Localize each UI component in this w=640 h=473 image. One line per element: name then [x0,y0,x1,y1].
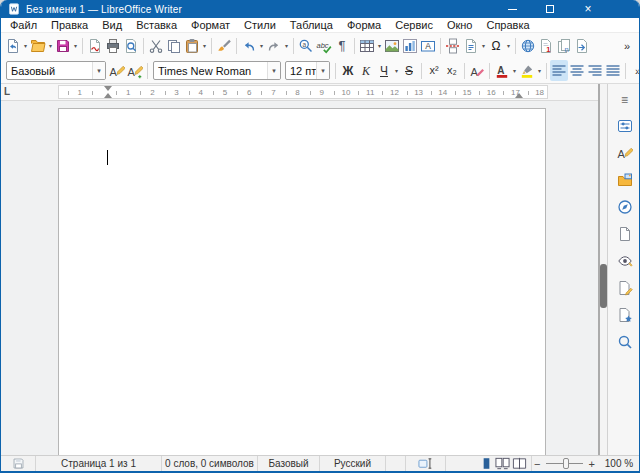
formatting-toolbar-overflow[interactable]: » [629,60,640,81]
redo-button[interactable] [265,35,283,56]
redo-button-dropdown[interactable]: ▾ [283,35,290,56]
page-style-field[interactable]: Базовый [257,456,319,471]
open-button-dropdown[interactable]: ▾ [47,35,54,56]
undo-button-dropdown[interactable]: ▾ [258,35,265,56]
sidebar-style-inspector[interactable] [612,249,638,273]
undo-button[interactable] [240,35,258,56]
insert-table-button-dropdown[interactable]: ▾ [376,35,383,56]
insert-textbox-button[interactable]: A [419,35,437,56]
dropdown-chevron-icon[interactable]: ▾ [92,62,105,79]
bold-button[interactable]: Ж [339,60,357,81]
align-left-button[interactable] [550,60,568,81]
find-replace-button[interactable]: a [297,35,315,56]
menu-edit[interactable]: Правка [44,18,95,33]
open-button[interactable] [29,35,47,56]
insert-footnote-button[interactable]: 1 [537,35,555,56]
insert-chart-button[interactable] [401,35,419,56]
zoom-slider-handle[interactable] [563,458,569,469]
clear-formatting-button[interactable]: A [468,60,486,81]
save-button[interactable] [54,35,72,56]
single-page-view-icon[interactable] [480,457,493,470]
insert-field-button[interactable] [462,35,480,56]
copy-button[interactable] [165,35,183,56]
superscript-button[interactable]: x² [425,60,443,81]
sidebar-gallery[interactable] [612,168,638,192]
document-page[interactable] [58,108,546,455]
menu-styles[interactable]: Стили [237,18,283,33]
cut-button[interactable] [147,35,165,56]
special-character-button[interactable]: Ω [487,35,505,56]
sidebar-styles[interactable]: A [612,141,638,165]
text-language-field[interactable]: Русский [319,456,385,471]
selection-mode-field[interactable] [405,456,445,471]
paragraph-style-combo[interactable]: Базовый▾ [6,61,106,80]
clone-formatting-button[interactable] [215,35,233,56]
insert-page-break-button[interactable] [444,35,462,56]
font-color-button[interactable]: A [493,60,511,81]
print-preview-button[interactable] [122,35,140,56]
font-color-button-dropdown[interactable]: ▾ [511,60,518,81]
zoom-out-icon[interactable]: − [532,458,542,470]
menu-view[interactable]: Вид [95,18,129,33]
save-button-dropdown[interactable]: ▾ [72,35,79,56]
zoom-slider-track[interactable] [546,463,582,464]
update-style-button[interactable]: A [108,60,126,81]
highlight-color-button-dropdown[interactable]: ▾ [536,60,543,81]
sidebar-accessibility-check[interactable] [612,276,638,300]
menu-window[interactable]: Окно [440,18,480,33]
insert-hyperlink-button[interactable] [519,35,537,56]
new-style-button[interactable]: A [126,60,144,81]
highlight-color-button[interactable] [518,60,536,81]
book-view-icon[interactable] [512,456,527,471]
strikethrough-button[interactable]: S [400,60,418,81]
maximize-button[interactable] [531,0,569,18]
sidebar-navigator[interactable] [612,195,638,219]
save-status-indicator[interactable] [1,456,35,471]
align-right-button[interactable] [586,60,604,81]
menu-table[interactable]: Таблица [283,18,340,33]
new-document-button[interactable] [4,35,22,56]
menu-file[interactable]: Файл [3,18,44,33]
underline-button-dropdown[interactable]: ▾ [393,60,400,81]
subscript-button[interactable]: x₂ [443,60,461,81]
insert-table-button[interactable] [358,35,376,56]
font-size-combo[interactable]: 12 пт▾ [285,61,330,80]
sidebar-splitter[interactable] [598,84,607,455]
insert-field-button-dropdown[interactable]: ▾ [480,35,487,56]
minimize-button[interactable] [493,0,531,18]
formatting-marks-button[interactable]: ¶ [333,35,351,56]
sidebar-find[interactable] [612,330,638,354]
multi-page-view-icon[interactable] [495,456,510,471]
italic-button[interactable]: К [357,60,375,81]
tab-stop-selector[interactable]: L [4,86,16,98]
sidebar-properties[interactable] [612,114,638,138]
insert-image-button[interactable] [383,35,401,56]
first-line-indent-marker[interactable] [104,86,112,91]
menu-form[interactable]: Форма [340,18,388,33]
sidebar-menu[interactable]: ≡ [612,87,638,111]
new-document-button-dropdown[interactable]: ▾ [22,35,29,56]
standard-toolbar-overflow[interactable]: » [618,35,636,56]
horizontal-ruler[interactable]: 1123456789101112131415161718 [58,85,548,99]
special-character-button-dropdown[interactable]: ▾ [505,35,512,56]
dropdown-chevron-icon[interactable]: ▾ [316,62,329,79]
menu-format[interactable]: Формат [184,18,237,33]
justify-button[interactable] [604,60,622,81]
font-name-combo[interactable]: Times New Roman▾ [153,61,281,80]
sidebar-splitter-grip[interactable] [600,264,607,308]
sidebar-page[interactable] [612,222,638,246]
align-center-button[interactable] [568,60,586,81]
word-count-field[interactable]: 0 слов, 0 символов [161,456,257,471]
zoom-in-icon[interactable]: + [587,458,597,470]
underline-button[interactable]: Ч [375,60,393,81]
left-indent-marker[interactable] [104,93,112,98]
zoom-slider[interactable]: − + [531,456,597,471]
insert-cross-reference-button[interactable] [573,35,591,56]
menu-tools[interactable]: Сервис [388,18,440,33]
spelling-button[interactable]: abc [315,35,333,56]
export-pdf-button[interactable] [86,35,104,56]
page-count-field[interactable]: Страница 1 из 1 [35,456,161,471]
print-button[interactable] [104,35,122,56]
paste-button[interactable] [183,35,201,56]
menu-help[interactable]: Справка [479,18,536,33]
